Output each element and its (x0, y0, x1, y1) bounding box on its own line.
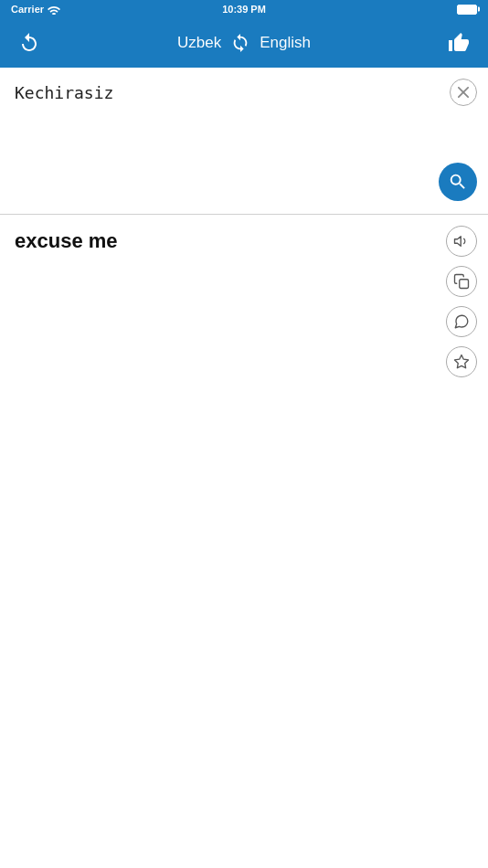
svg-rect-3 (460, 280, 469, 289)
star-icon (453, 354, 470, 370)
carrier-wifi: Carrier (11, 4, 60, 15)
svg-marker-2 (455, 237, 461, 247)
favorite-button[interactable] (446, 346, 477, 377)
search-button[interactable] (439, 163, 477, 201)
share-button[interactable] (446, 306, 477, 337)
target-language-label[interactable]: English (260, 34, 311, 52)
search-icon (448, 172, 468, 192)
swap-icon (230, 33, 250, 53)
input-area: Kechirasiz (0, 68, 488, 214)
copy-icon (453, 273, 470, 290)
output-actions (446, 226, 477, 377)
copy-button[interactable] (446, 266, 477, 297)
speaker-icon (453, 233, 470, 249)
history-button[interactable] (15, 28, 44, 58)
share-icon (453, 313, 470, 330)
battery-icon (457, 5, 477, 15)
carrier-label: Carrier (11, 4, 44, 15)
like-button[interactable] (444, 28, 473, 58)
history-icon (18, 32, 40, 54)
source-language-label[interactable]: Uzbek (177, 34, 221, 52)
nav-bar: Uzbek English (0, 18, 488, 68)
source-text-input[interactable]: Kechirasiz (15, 80, 442, 154)
like-icon (448, 32, 470, 54)
wifi-icon (48, 4, 60, 15)
swap-languages-button[interactable] (230, 33, 250, 53)
svg-marker-4 (455, 355, 469, 368)
language-switcher: Uzbek English (177, 33, 311, 53)
clear-icon (458, 87, 469, 98)
status-bar: Carrier 10:39 PM (0, 0, 488, 18)
speak-button[interactable] (446, 226, 477, 257)
clear-button[interactable] (450, 79, 477, 106)
battery-area (457, 5, 477, 15)
output-area: excuse me (0, 215, 488, 397)
translated-text: excuse me (15, 229, 473, 253)
status-time: 10:39 PM (222, 4, 266, 15)
